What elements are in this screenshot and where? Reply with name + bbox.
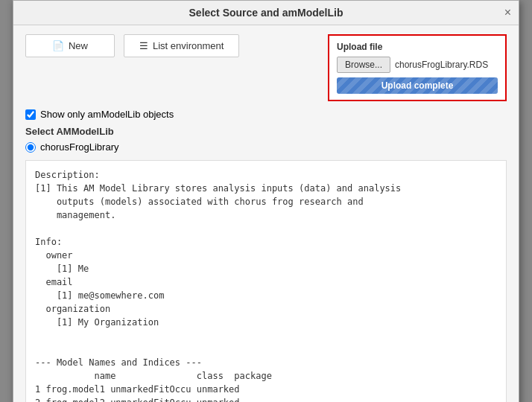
ammodellibs-radio[interactable] xyxy=(25,142,36,153)
list-icon: ☰ xyxy=(139,40,148,51)
upload-box: Upload file Browse... chorusFrogLibrary.… xyxy=(328,34,507,101)
filter-checkbox[interactable] xyxy=(25,109,36,120)
new-icon: 📄 xyxy=(52,40,64,51)
browse-button[interactable]: Browse... xyxy=(337,57,390,73)
filter-row: Show only amModelLib objects xyxy=(25,109,507,120)
filename: chorusFrogLibrary.RDS xyxy=(395,60,488,70)
list-label: List environment xyxy=(153,40,224,51)
filter-label: Show only amModelLib objects xyxy=(40,109,174,120)
progress-bar: Upload complete xyxy=(337,77,498,94)
ammodellibs-label: Select AMModelLib xyxy=(25,126,507,137)
new-button[interactable]: 📄 New xyxy=(25,34,115,57)
new-label: New xyxy=(69,40,88,51)
top-row: 📄 New ☰ List environment Upload file Bro… xyxy=(25,34,507,101)
title-bar: Select Source and amModelLib × xyxy=(13,1,519,25)
upload-row: Browse... chorusFrogLibrary.RDS xyxy=(337,57,498,73)
dialog: Select Source and amModelLib × 📄 New ☰ L… xyxy=(13,0,519,402)
description-box: Description: [1] This AM Model Library s… xyxy=(25,160,507,402)
close-button[interactable]: × xyxy=(504,7,511,19)
dialog-body: 📄 New ☰ List environment Upload file Bro… xyxy=(13,25,519,402)
progress-bar-text: Upload complete xyxy=(381,80,454,91)
ammodellibs-value: chorusFrogLibrary xyxy=(40,141,119,153)
list-environment-button[interactable]: ☰ List environment xyxy=(124,34,239,57)
dialog-title: Select Source and amModelLib xyxy=(189,7,343,19)
ammodellibs-radio-row: chorusFrogLibrary xyxy=(25,141,507,153)
upload-label: Upload file xyxy=(337,42,498,52)
top-left-buttons: 📄 New ☰ List environment xyxy=(25,34,319,57)
